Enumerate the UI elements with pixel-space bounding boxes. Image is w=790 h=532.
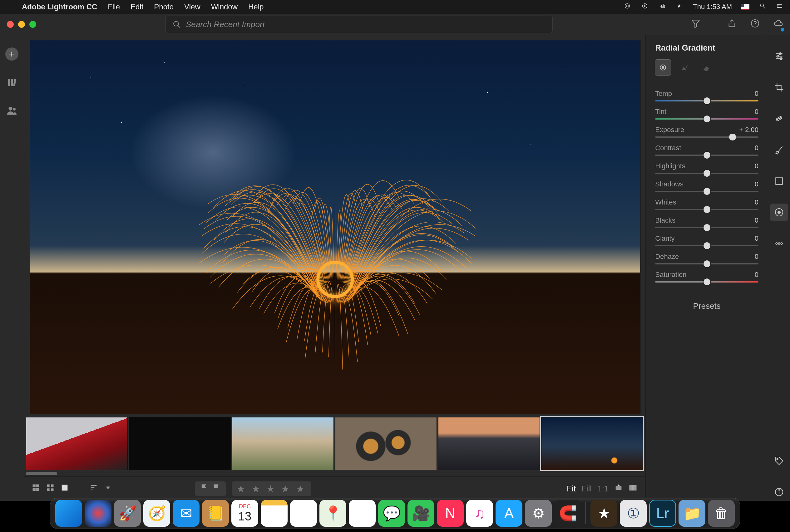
heal-tool-icon[interactable] bbox=[770, 110, 788, 127]
dock-contacts-icon[interactable]: 📒 bbox=[202, 500, 229, 527]
spotlight-icon[interactable] bbox=[758, 3, 767, 11]
slider-knob[interactable] bbox=[703, 97, 710, 104]
slider-knob[interactable] bbox=[729, 134, 736, 140]
notification-icon[interactable] bbox=[675, 3, 684, 11]
dock-messages-icon[interactable]: 💬 bbox=[378, 500, 405, 527]
slider-track[interactable] bbox=[655, 227, 758, 228]
fullscreen-window-button[interactable] bbox=[29, 21, 36, 28]
thumb-coast[interactable] bbox=[438, 417, 540, 470]
app-name[interactable]: Adobe Lightroom CC bbox=[22, 2, 97, 11]
dock-trash-icon[interactable]: 🗑 bbox=[708, 500, 735, 527]
slider-dehaze[interactable]: Dehaze0 bbox=[655, 252, 758, 264]
dock-news-icon[interactable]: N bbox=[437, 500, 464, 527]
thumb-sparks[interactable] bbox=[541, 417, 643, 470]
slider-blacks[interactable]: Blacks0 bbox=[655, 216, 758, 228]
help-icon[interactable] bbox=[750, 18, 760, 30]
display-icon[interactable] bbox=[658, 3, 667, 11]
slider-track[interactable] bbox=[655, 100, 758, 101]
radial-mask-tool[interactable] bbox=[655, 60, 671, 75]
menu-photo[interactable]: Photo bbox=[154, 2, 174, 11]
adjust-tool-icon[interactable] bbox=[770, 48, 788, 65]
menu-window[interactable]: Window bbox=[211, 2, 238, 11]
single-view-icon[interactable] bbox=[60, 483, 69, 494]
slider-knob[interactable] bbox=[703, 188, 710, 195]
presets-button[interactable]: Presets bbox=[646, 294, 768, 318]
sort-icon[interactable] bbox=[89, 483, 98, 494]
search-input[interactable]: Search Recent Import bbox=[166, 16, 553, 33]
slider-knob[interactable] bbox=[703, 152, 710, 158]
compare-icon[interactable] bbox=[628, 483, 637, 494]
slider-knob[interactable] bbox=[703, 279, 710, 285]
input-source-flag-icon[interactable] bbox=[741, 4, 749, 10]
thumb-mountain[interactable] bbox=[232, 417, 334, 470]
cloud-sync-icon[interactable] bbox=[773, 18, 783, 30]
slider-highlights[interactable]: Highlights0 bbox=[655, 162, 758, 174]
slider-knob[interactable] bbox=[703, 206, 710, 213]
slider-track[interactable] bbox=[655, 173, 758, 174]
slider-knob[interactable] bbox=[703, 170, 710, 177]
flag-reject-icon[interactable] bbox=[212, 483, 221, 494]
slider-track[interactable] bbox=[655, 209, 758, 210]
close-window-button[interactable] bbox=[7, 21, 14, 28]
dock-magnet-icon[interactable]: 🧲 bbox=[554, 500, 581, 527]
zoom-fill[interactable]: Fill bbox=[581, 484, 592, 494]
more-tools-icon[interactable] bbox=[770, 235, 788, 252]
dock-itunes-icon[interactable]: ♫ bbox=[466, 500, 493, 527]
dock-reminders-icon[interactable]: ☑︎ bbox=[290, 500, 317, 527]
dock-launchpad-icon[interactable]: 🚀 bbox=[114, 500, 141, 527]
menu-view[interactable]: View bbox=[184, 2, 201, 11]
minimize-window-button[interactable] bbox=[18, 21, 25, 28]
dock-preferences-icon[interactable]: ⚙︎ bbox=[525, 500, 552, 527]
status-icon[interactable] bbox=[640, 3, 649, 11]
clock[interactable]: Thu 1:53 AM bbox=[693, 3, 732, 11]
radial-gradient-tool-icon[interactable] bbox=[770, 204, 788, 221]
slider-whites[interactable]: Whites0 bbox=[655, 198, 758, 210]
slider-saturation[interactable]: Saturation0 bbox=[655, 271, 758, 283]
zoom-picker-icon[interactable] bbox=[614, 483, 623, 494]
eraser-mask-tool[interactable] bbox=[699, 60, 714, 75]
slider-knob[interactable] bbox=[703, 242, 710, 249]
share-icon[interactable] bbox=[727, 18, 737, 30]
slider-tint[interactable]: Tint0 bbox=[655, 108, 758, 119]
dock-siri-icon[interactable] bbox=[84, 500, 111, 527]
menu-file[interactable]: File bbox=[108, 2, 120, 11]
library-icon[interactable] bbox=[6, 76, 18, 89]
dock-calendar-icon[interactable]: DEC13 bbox=[231, 500, 258, 527]
slider-track[interactable] bbox=[655, 191, 758, 192]
brush-mask-tool[interactable] bbox=[677, 60, 693, 75]
slider-track[interactable] bbox=[655, 154, 758, 156]
linear-gradient-tool-icon[interactable] bbox=[770, 172, 788, 190]
dock-safari-icon[interactable]: 🧭 bbox=[143, 500, 170, 527]
main-canvas[interactable] bbox=[23, 35, 645, 416]
dock-mail-icon[interactable]: ✉︎ bbox=[173, 500, 200, 527]
filmstrip-scrollbar[interactable] bbox=[26, 472, 643, 476]
tag-tool-icon[interactable] bbox=[770, 452, 788, 470]
info-tool-icon[interactable] bbox=[770, 483, 788, 501]
dock-downloads-icon[interactable]: 📁 bbox=[679, 500, 706, 527]
people-icon[interactable] bbox=[6, 104, 18, 117]
slider-exposure[interactable]: Exposure+ 2.00 bbox=[655, 126, 758, 138]
dock-finder-icon[interactable] bbox=[55, 500, 82, 527]
menu-help[interactable]: Help bbox=[248, 2, 264, 11]
star-rating[interactable]: ★ ★ ★ ★ ★ bbox=[237, 483, 306, 494]
dock-lightroom-icon[interactable]: Lr bbox=[649, 500, 676, 527]
menu-edit[interactable]: Edit bbox=[131, 2, 143, 11]
control-center-icon[interactable] bbox=[776, 3, 784, 11]
crop-tool-icon[interactable] bbox=[770, 79, 788, 96]
dock-appstore-icon[interactable]: A bbox=[495, 500, 522, 527]
dock-facetime-icon[interactable]: 🎥 bbox=[408, 500, 434, 527]
slider-knob[interactable] bbox=[703, 260, 710, 267]
dock-1password-icon[interactable]: ① bbox=[620, 500, 647, 527]
dock-maps-icon[interactable]: 📍 bbox=[319, 500, 346, 527]
slider-track[interactable] bbox=[655, 263, 758, 264]
slider-track[interactable] bbox=[655, 118, 758, 119]
zoom-fit[interactable]: Fit bbox=[567, 484, 576, 494]
brush-tool-icon[interactable] bbox=[770, 141, 788, 158]
slider-knob[interactable] bbox=[703, 115, 710, 122]
cc-status-icon[interactable] bbox=[623, 3, 632, 11]
grid-small-icon[interactable] bbox=[32, 483, 40, 494]
dock-notes-icon[interactable] bbox=[261, 500, 287, 527]
slider-contrast[interactable]: Contrast0 bbox=[655, 144, 758, 156]
thumb-car[interactable] bbox=[26, 417, 128, 470]
slider-track[interactable] bbox=[655, 281, 758, 283]
